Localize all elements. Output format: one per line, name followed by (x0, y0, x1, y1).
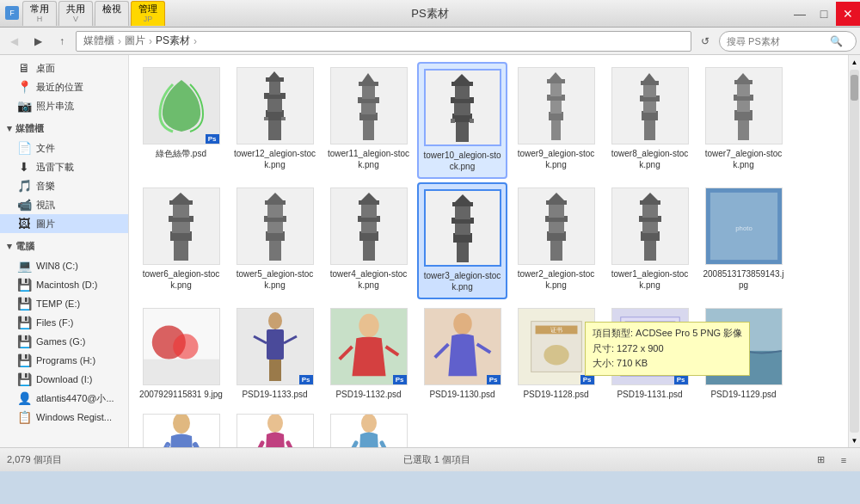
thumb-tower4 (330, 187, 408, 265)
thumb-tower8 (611, 67, 689, 144)
svg-rect-13 (362, 84, 375, 99)
file-tooltip: 項目類型: ACDSee Pro 5 PNG 影像 尺寸: 1272 x 900… (585, 322, 750, 376)
sidebar-header-library[interactable]: ▾ 媒體櫃 (0, 119, 128, 138)
up-button[interactable]: ↑ (52, 31, 72, 52)
svg-rect-23 (451, 119, 455, 123)
file-item-psd1130[interactable]: Ps PSD19-1130.psd (417, 303, 507, 405)
svg-text:photo: photo (735, 224, 752, 232)
svg-text:证书: 证书 (550, 327, 562, 333)
tooltip-size: 尺寸: 1272 x 900 (593, 341, 742, 357)
sidebar-item-pictures[interactable]: 🖼 圖片 (0, 214, 128, 233)
tab-view[interactable]: 檢視 (95, 1, 129, 26)
file-item-char3[interactable] (323, 409, 414, 447)
svg-rect-78 (549, 203, 564, 218)
file-item-tower4[interactable]: tower4_alegion-stock.png (323, 182, 414, 299)
forward-button[interactable]: ▶ (28, 31, 48, 52)
svg-rect-76 (549, 220, 564, 233)
file-item-tower12[interactable]: tower12_alegion-stock.png (230, 62, 320, 179)
close-button[interactable]: ✕ (836, 2, 860, 26)
svg-rect-72 (452, 202, 473, 206)
list-view-button[interactable]: ≡ (834, 451, 853, 470)
file-item-tower8[interactable]: tower8_alegion-stock.png (605, 62, 695, 179)
sidebar-item-d[interactable]: 💾 Macintosh (D:) (0, 275, 128, 294)
sidebar-item-downloads[interactable]: ⬇ 迅雷下載 (0, 157, 128, 176)
sep1: › (118, 35, 121, 47)
sidebar-label-i: Download (I:) (36, 374, 92, 384)
sidebar-item-video[interactable]: 📹 視訊 (0, 195, 128, 214)
search-box[interactable]: 🔍 (719, 31, 857, 52)
tab-common-sub: H (37, 15, 43, 24)
tooltip-type: 項目類型: ACDSee Pro 5 PNG 影像 (593, 326, 742, 341)
file-item-2007[interactable]: 2007929115831 9.jpg (136, 303, 226, 405)
address-path[interactable]: 媒體櫃 › 圖片 › PS素材 › (76, 31, 691, 52)
thumb-psd1132: Ps (330, 308, 408, 385)
file-item-tower1[interactable]: tower1_alegion-stock.png (605, 182, 695, 299)
minimize-button[interactable]: — (788, 2, 812, 26)
sidebar-item-h[interactable]: 💾 Programs (H:) (0, 351, 128, 370)
scroll-thumb[interactable] (851, 75, 858, 101)
file-item-tower7[interactable]: tower7_alegion-stock.png (698, 62, 789, 179)
file-item-tower2[interactable]: tower2_alegion-stock.png (511, 182, 601, 299)
sidebar-section-quick: 🖥 桌面 📍 最近的位置 📷 照片串流 (0, 58, 128, 115)
file-item-psd1133[interactable]: Ps PSD19-1133.psd (230, 303, 320, 405)
back-button[interactable]: ◀ (3, 31, 24, 52)
file-item-tower11[interactable]: tower11_alegion-stock.png (323, 62, 414, 179)
file-item-tower10[interactable]: tower10_alegion-stock.png (417, 62, 507, 179)
status-right: ⊞ ≡ (812, 451, 853, 470)
svg-rect-25 (551, 119, 561, 140)
scroll-down-button[interactable]: ▼ (849, 433, 860, 447)
sidebar-label-pictures: 圖片 (36, 218, 55, 230)
sidebar-item-registry[interactable]: 📋 Windows Regist... (0, 408, 128, 427)
ps-badge-1128: Ps (580, 375, 594, 384)
svg-rect-86 (640, 200, 660, 205)
grid-view-button[interactable]: ⊞ (812, 451, 831, 470)
scrollbar[interactable]: ▲ ▼ (848, 55, 860, 447)
sidebar-item-photostream[interactable]: 📷 照片串流 (0, 96, 128, 115)
svg-rect-97 (267, 329, 284, 360)
thumb-tower5 (236, 187, 314, 265)
tab-manage[interactable]: 管理 JP (131, 1, 165, 26)
search-input[interactable] (727, 36, 830, 46)
registry-icon: 📋 (17, 410, 31, 424)
filename-tower8: tower8_alegion-stock.png (608, 148, 691, 170)
file-item-tower6[interactable]: tower6_alegion-stock.png (136, 182, 226, 299)
svg-rect-2 (267, 97, 282, 112)
tab-share[interactable]: 共用 V (58, 1, 93, 26)
window-title: PS素材 (411, 6, 448, 22)
file-item-char2[interactable] (230, 409, 320, 447)
sidebar-item-recent[interactable]: 📍 最近的位置 (0, 77, 128, 96)
refresh-button[interactable]: ↺ (695, 31, 716, 52)
svg-marker-73 (455, 194, 470, 202)
sidebar-item-f[interactable]: 💾 Files (F:) (0, 313, 128, 332)
sidebar-item-desktop[interactable]: 🖥 桌面 (0, 58, 128, 77)
sidebar-item-i[interactable]: 💾 Download (I:) (0, 370, 128, 389)
scroll-up-button[interactable]: ▲ (849, 55, 860, 69)
thumb-char2 (236, 414, 314, 447)
svg-rect-46 (174, 239, 188, 261)
svg-rect-5 (266, 77, 284, 82)
sidebar-item-e[interactable]: 💾 TEMP (E:) (0, 294, 128, 313)
sidebar-item-music[interactable]: 🎵 音樂 (0, 176, 128, 195)
filename-tower7: tower7_alegion-stock.png (702, 148, 785, 170)
scroll-track[interactable] (850, 70, 859, 433)
svg-rect-16 (456, 120, 469, 142)
file-item-char1[interactable] (136, 409, 226, 447)
file-item-tower3[interactable]: tower3_alegion-stock.png (417, 182, 507, 299)
sidebar-item-g[interactable]: 💾 Games (G:) (0, 332, 128, 351)
file-item-tower5[interactable]: tower5_alegion-stock.png (230, 182, 320, 299)
file-item-psd1132[interactable]: Ps PSD19-1132.psd (323, 303, 414, 405)
sidebar-item-user[interactable]: 👤 atlantis4470@小... (0, 389, 128, 408)
svg-point-107 (453, 313, 472, 335)
file-item-greenribbon[interactable]: Ps 綠色絲帶.psd (136, 62, 226, 179)
sidebar-item-documents[interactable]: 📄 文件 (0, 138, 128, 157)
sidebar-label-e: TEMP (E:) (36, 298, 80, 309)
sidebar-section-library: ▾ 媒體櫃 📄 文件 ⬇ 迅雷下載 🎵 音樂 📹 視訊 🖼 圖片 (0, 119, 128, 233)
file-item-2008[interactable]: photo 2008513173859143.jpg (698, 182, 789, 299)
tab-common[interactable]: 常用 H (22, 1, 57, 26)
file-item-tower9[interactable]: tower9_alegion-stock.png (511, 62, 601, 179)
maximize-button[interactable]: □ (812, 2, 836, 26)
sidebar-header-computer[interactable]: ▾ 電腦 (0, 237, 128, 256)
sidebar-item-c[interactable]: 💻 WIN8 (C:) (0, 256, 128, 275)
svg-rect-4 (269, 80, 280, 95)
svg-point-93 (173, 334, 198, 359)
